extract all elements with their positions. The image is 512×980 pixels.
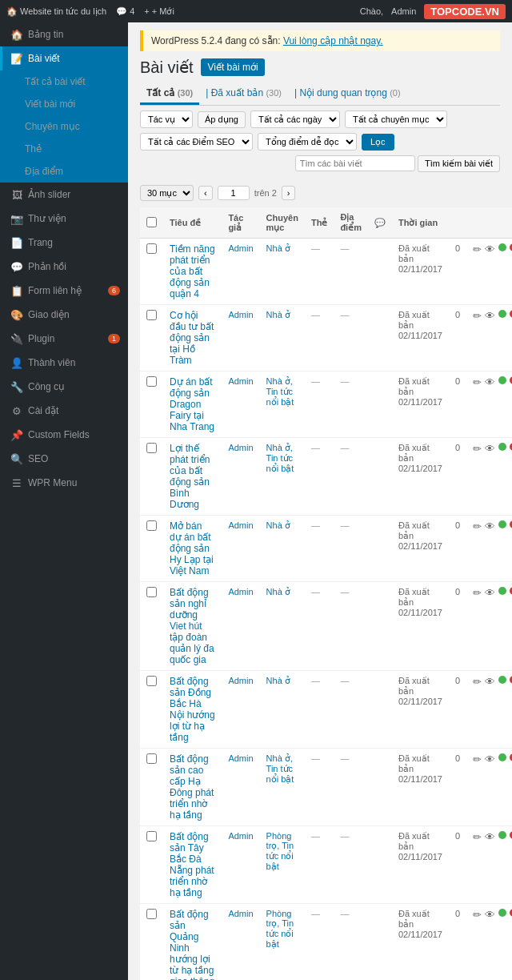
row-checkbox[interactable] [146,587,157,597]
category-link[interactable]: Nhà ở, Tin tức nổi bật [266,376,294,407]
edit-icon[interactable]: ✏ [473,909,482,921]
sidebar-item-wpr-menu[interactable]: ☰ WPR Menu [0,471,128,495]
sidebar-item-seo[interactable]: 🔍 SEO [0,447,128,471]
category-link[interactable]: Nhà ở [266,676,290,685]
seo-filter-select[interactable]: Tất cả các Điểm SEO [140,133,253,151]
date-filter-select[interactable]: Tất cả các ngày [250,110,340,128]
add-new-button[interactable]: Viết bài mới [201,58,264,76]
author-link[interactable]: Admin [228,753,253,763]
view-icon[interactable]: 👁 [485,909,495,921]
edit-icon[interactable]: ✏ [473,376,482,388]
site-name[interactable]: 🏠 Website tin tức du lịch [6,6,106,17]
row-checkbox[interactable] [146,243,157,254]
view-icon[interactable]: 👁 [485,831,495,843]
sidebar-item-cong-cu[interactable]: 🔧 Công cụ [0,375,128,399]
seo-dot[interactable] [498,520,506,528]
post-title-link[interactable]: Bất động sản Đồng Bắc Hà Nội hướng lợi t… [170,676,215,743]
bulk-action-select[interactable]: Tác vụ [140,110,193,128]
sidebar-item-cai-dat[interactable]: ⚙ Cài đặt [0,399,128,423]
author-link[interactable]: Admin [228,443,253,452]
category-link[interactable]: Nhà ở, Tin tức nổi bật [266,443,294,473]
post-title-link[interactable]: Bất động sản nghỉ dưỡng Viet hút tập đoà… [170,587,214,665]
edit-icon[interactable]: ✏ [473,520,482,532]
post-title-link[interactable]: Dự án bất động sản Dragon Fairy tại Nha … [170,376,214,432]
edit-icon[interactable]: ✏ [473,753,482,765]
sidebar-item-dia-diem[interactable]: Địa điểm [0,160,128,183]
category-link[interactable]: Phòng trọ, Tin tức nổi bật [266,831,294,871]
edit-icon[interactable]: ✏ [473,831,482,843]
view-icon[interactable]: 👁 [485,376,495,388]
sidebar-item-thanh-vien[interactable]: 👤 Thành viên [0,351,128,375]
seo-dot[interactable] [498,376,506,384]
row-checkbox[interactable] [146,831,157,841]
edit-icon[interactable]: ✏ [473,443,482,455]
category-link[interactable]: Nhà ở [266,243,290,253]
tab-all[interactable]: Tất cả (30) [140,83,199,105]
author-link[interactable]: Admin [228,676,253,685]
search-input[interactable] [295,155,415,171]
post-title-link[interactable]: Bất động sản cao cấp Hạ Đông phát triển … [170,753,214,821]
seo-dot[interactable] [498,243,506,251]
row-checkbox[interactable] [146,443,157,453]
new-content-link[interactable]: + + Mới [144,6,174,17]
view-icon[interactable]: 👁 [485,243,495,255]
category-filter-select[interactable]: Tất cả chuyên mục [345,110,447,128]
seo-dot[interactable] [498,753,506,761]
category-link[interactable]: Nhà ở [266,520,290,530]
seo-dot[interactable] [498,310,506,318]
author-link[interactable]: Admin [228,243,253,253]
seo-dot[interactable] [498,831,506,839]
sidebar-item-tat-ca-bai-viet[interactable]: Tất cả bài viết [0,70,128,93]
page-number-input-top[interactable] [218,186,250,200]
view-icon[interactable]: 👁 [485,443,495,455]
category-link[interactable]: Nhà ở, Tin tức nổi bật [266,753,294,784]
sidebar-item-custom-fields[interactable]: 📌 Custom Fields [0,423,128,447]
edit-icon[interactable]: ✏ [473,587,482,599]
seo-dot[interactable] [498,587,506,595]
view-icon[interactable]: 👁 [485,753,495,765]
post-title-link[interactable]: Bất động sản Quảng Ninh hướng lợi từ hạ … [170,909,214,980]
row-checkbox[interactable] [146,310,157,320]
category-link[interactable]: Nhà ở [266,310,290,319]
seo-dot[interactable] [498,676,506,684]
view-icon[interactable]: 👁 [485,587,495,599]
sidebar-item-giao-dien[interactable]: 🎨 Giao diện [0,303,128,327]
sidebar-item-plugin[interactable]: 🔌 Plugin 1 [0,327,128,351]
row-checkbox[interactable] [146,676,157,686]
author-link[interactable]: Admin [228,310,253,319]
sidebar-item-phan-hoi[interactable]: 💬 Phản hồi [0,255,128,279]
sidebar-item-thu-vien[interactable]: 📷 Thư viện [0,207,128,231]
sidebar-item-form-lien-he[interactable]: 📋 Form liên hệ 6 [0,279,128,303]
row-checkbox[interactable] [146,520,157,531]
author-link[interactable]: Admin [228,909,253,918]
prev-page-top[interactable]: ‹ [198,186,213,200]
author-link[interactable]: Admin [228,831,253,841]
post-title-link[interactable]: Mở bán dự án bất động sản Hy Lạp tại Việ… [170,520,214,576]
post-title-link[interactable]: Bất động sản Tây Bắc Đà Nẵng phát triển … [170,831,214,898]
tab-important[interactable]: | Nội dung quan trọng (0) [288,83,407,105]
post-title-link[interactable]: Tiềm năng phát triển của bất động sản qu… [170,243,215,299]
apply-button[interactable]: Áp dụng [198,111,246,128]
sidebar-item-the[interactable]: Thẻ [0,138,128,160]
sidebar-item-anh-slider[interactable]: 🖼 Ảnh slider [0,183,128,207]
select-all-checkbox[interactable] [146,217,157,227]
search-button[interactable]: Tìm kiếm bài viết [418,155,500,172]
author-link[interactable]: Admin [228,587,253,596]
row-checkbox[interactable] [146,376,157,387]
readability-filter-select[interactable]: Tổng điểm dễ đọc [258,133,357,151]
row-checkbox[interactable] [146,753,157,764]
seo-dot[interactable] [498,909,506,917]
sidebar-item-viet-bai-moi[interactable]: Viết bài mới [0,93,128,115]
sidebar-item-bai-viet[interactable]: 📝 Bài viết [0,46,128,70]
view-icon[interactable]: 👁 [485,676,495,688]
comments-link[interactable]: 💬 4 [116,6,134,17]
sidebar-item-chuyen-muc[interactable]: Chuyên mục [0,115,128,138]
seo-dot[interactable] [498,443,506,451]
category-link[interactable]: Nhà ở [266,587,290,596]
per-page-select-top[interactable]: 30 mục [140,185,194,201]
sidebar-item-bang-tin[interactable]: 🏠 Bảng tin [0,22,128,46]
edit-icon[interactable]: ✏ [473,243,482,255]
row-checkbox[interactable] [146,909,157,919]
post-title-link[interactable]: Lợi thế phát triển của bất động sản Bình… [170,443,210,510]
filter-button[interactable]: Lọc [362,134,394,151]
